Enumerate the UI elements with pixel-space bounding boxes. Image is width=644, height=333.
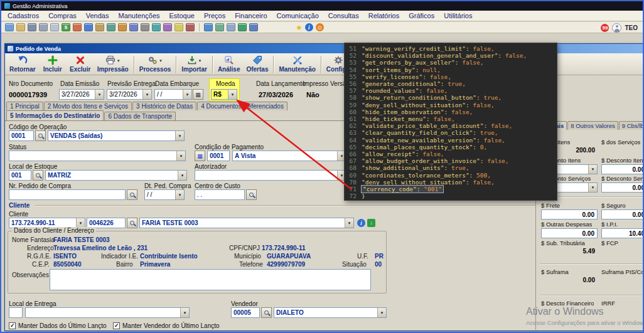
menu-item[interactable]: Utilitários	[444, 12, 472, 19]
observacoes-textarea[interactable]	[50, 269, 371, 290]
toolbar-icon[interactable]	[28, 23, 36, 31]
chevron-down-icon[interactable]: ▼	[95, 90, 104, 99]
chevron-down-icon[interactable]: ▼	[175, 131, 184, 140]
menu-item[interactable]: Cadastros	[8, 12, 39, 19]
menu-item[interactable]: Compras	[48, 12, 77, 19]
excluir-button[interactable]: Excluir	[67, 55, 94, 73]
data-emissao-select[interactable]: 3/27/2026 ▼	[59, 89, 104, 100]
notification-badge[interactable]: 59	[601, 24, 609, 32]
tab[interactable]: 5 Informações do Destinatário	[6, 110, 104, 120]
chevron-down-icon[interactable]: ▼	[588, 183, 597, 192]
menu-item[interactable]: Preços	[204, 12, 225, 19]
menu-item[interactable]: Comunicação	[277, 12, 319, 19]
chevron-down-icon[interactable]: ▼	[198, 59, 202, 63]
chevron-down-icon[interactable]: ▼	[142, 90, 151, 99]
power-icon[interactable]: ⊙	[316, 23, 324, 31]
outras-despesas-field[interactable]: 0.00	[541, 228, 598, 238]
chevron-down-icon[interactable]: ▼	[228, 90, 237, 99]
toolbar-icon[interactable]	[84, 23, 93, 31]
impressao-button[interactable]: ▼ Impressão	[94, 55, 132, 73]
toolbar-icon[interactable]	[39, 23, 48, 31]
chevron-down-icon[interactable]: ▼	[377, 308, 386, 317]
frete-field[interactable]: 0.00	[541, 209, 598, 219]
menu-item[interactable]: Financeiro	[235, 12, 267, 19]
chevron-down-icon[interactable]: ▼	[180, 308, 189, 317]
desconto-itens-valor-field[interactable]: 0.00	[601, 164, 644, 174]
download-icon[interactable]: ↓	[367, 219, 375, 227]
chevron-down-icon[interactable]: ▼	[117, 59, 121, 63]
toolbar-icon[interactable]	[227, 23, 235, 31]
user-avatar-icon[interactable]	[612, 23, 621, 33]
tab[interactable]: 1 Principal	[6, 102, 43, 110]
vendedor-lookup-button[interactable]	[261, 307, 272, 318]
tab[interactable]: 6 Dados de Transporte	[104, 112, 176, 120]
incluir-button[interactable]: Incluir	[39, 55, 67, 73]
menu-item[interactable]: Vendas	[86, 12, 109, 19]
toolbar-icon[interactable]	[129, 23, 138, 31]
toolbar-icon[interactable]	[118, 23, 127, 31]
tab[interactable]: 2 Movto dos Itens e Serviços	[44, 102, 132, 110]
chevron-down-icon[interactable]: ▼	[176, 151, 185, 161]
local-estoque-code-field[interactable]: 001	[9, 170, 31, 181]
nr-pedido-compra-lookup-button[interactable]	[127, 189, 137, 200]
toolbar-icon[interactable]	[141, 23, 149, 31]
codigo-operacao-select[interactable]: VENDAS (Saídas) ▼	[48, 130, 185, 141]
tab[interactable]: 3 Histórico de Datas	[132, 102, 196, 110]
toolbar-icon[interactable]	[163, 23, 172, 31]
menu-item[interactable]: Estoque	[169, 12, 195, 19]
status-select[interactable]: ▼	[9, 151, 186, 161]
vendedor-select[interactable]: DIALETO ▼	[274, 307, 387, 318]
previsao-entrega-select[interactable]: 3/27/2026 ▼	[107, 89, 152, 100]
codigo-operacao-lookup-button[interactable]	[35, 130, 46, 141]
menu-item[interactable]: Manutenções	[118, 12, 159, 19]
toolbar-icon[interactable]	[95, 23, 104, 31]
menu-item[interactable]: Relatórios	[368, 12, 400, 19]
nr-pedido-compra-field[interactable]	[9, 189, 126, 200]
toolbar-icon[interactable]	[204, 23, 213, 31]
condicao-pagamento-select[interactable]: A Vista ▼	[232, 151, 346, 161]
toolbar-icon[interactable]	[186, 23, 195, 31]
cliente-nome-select[interactable]: FARIA TESTE 0003 ▼	[139, 218, 354, 228]
toolbar-icon[interactable]	[152, 23, 161, 31]
ipi-field[interactable]: 10.40	[601, 228, 644, 238]
centro-custo-field[interactable]: . .	[195, 189, 245, 200]
menu-item[interactable]: Gráficos	[409, 12, 434, 19]
centro-custo-lookup-button[interactable]	[246, 189, 257, 200]
local-estoque-select[interactable]: MATRIZ ▼	[45, 170, 187, 181]
chevron-down-icon[interactable]: ▼	[76, 218, 85, 228]
moeda-select[interactable]: R$ ▼	[211, 89, 237, 100]
codigo-operacao-code-field[interactable]: 0001	[9, 130, 34, 141]
menu-item[interactable]: Consultas	[328, 12, 359, 19]
manutencao-button[interactable]: Manutenção	[276, 55, 318, 73]
ofertas-button[interactable]: Ofertas	[243, 55, 271, 73]
retornar-button[interactable]: Retornar	[6, 55, 39, 73]
info-icon[interactable]: i	[305, 23, 313, 31]
chevron-down-icon[interactable]: ▼	[588, 165, 597, 174]
toolbar-icon[interactable]	[107, 23, 115, 31]
toolbar-icon[interactable]	[5, 23, 14, 31]
toolbar-icon[interactable]	[215, 23, 224, 31]
autorizador-select[interactable]: ▼	[195, 170, 346, 181]
toolbar-icon[interactable]	[16, 23, 25, 31]
chevron-down-icon[interactable]: ▼	[159, 59, 163, 63]
toolbar-icon[interactable]	[249, 23, 258, 31]
condicao-pagamento-button[interactable]: ▦	[195, 151, 205, 161]
toolbar-icon[interactable]: $	[62, 23, 70, 31]
toolbar-icon[interactable]	[174, 23, 183, 31]
star-icon[interactable]: ★	[296, 23, 303, 32]
data-embarque-select[interactable]: / / ▼	[154, 89, 192, 100]
desconto-servicos-valor-field[interactable]: 0.00	[601, 182, 644, 193]
manter-vendedor-checkbox[interactable]	[113, 322, 120, 329]
cliente-lookup-button[interactable]	[127, 218, 137, 228]
calendar-button[interactable]: ▦	[193, 89, 203, 100]
processos-button[interactable]: ▼ Processos	[136, 55, 174, 73]
chevron-down-icon[interactable]: ▼	[175, 190, 184, 199]
seguro-field[interactable]: 0.00	[601, 209, 644, 219]
chevron-down-icon[interactable]: ▼	[178, 171, 186, 180]
client-info-icon[interactable]: i	[357, 219, 365, 227]
local-estoque-lookup-button[interactable]	[33, 170, 43, 181]
analise-button[interactable]: Análise	[215, 55, 244, 73]
local-entrega-code-field[interactable]	[9, 307, 23, 318]
vendedor-code-field[interactable]: 00005	[231, 307, 260, 318]
toolbar-icon[interactable]	[73, 23, 82, 31]
